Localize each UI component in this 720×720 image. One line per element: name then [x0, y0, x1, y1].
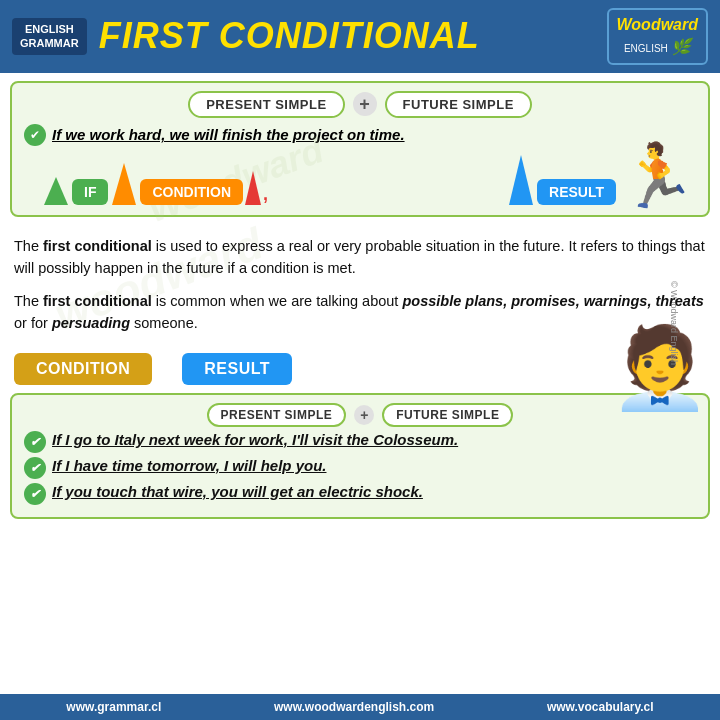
formula2-future-simple: FUTURE SIMPLE	[382, 403, 513, 427]
check-icon-3: ✔	[24, 457, 46, 479]
header: ENGLISH GRAMMAR FIRST CONDITIONAL Woodwa…	[0, 0, 720, 73]
if-tag: IF	[72, 179, 108, 205]
comma-arrow-group	[245, 171, 261, 205]
result-arrow-group	[509, 155, 533, 205]
condition-box: CONDITION	[14, 353, 152, 385]
formula2-present-simple: PRESENT SIMPLE	[207, 403, 347, 427]
example-sentence-1: If I go to Italy next week for work, I'l…	[52, 431, 458, 448]
formula-row: PRESENT SIMPLE + FUTURE SIMPLE	[24, 91, 696, 118]
green-arrow-icon	[44, 177, 68, 205]
result-tag: RESULT	[537, 179, 616, 205]
footer: www.grammar.cl www.woodwardenglish.com w…	[0, 694, 720, 720]
formula-row-2: PRESENT SIMPLE + FUTURE SIMPLE	[24, 403, 696, 427]
brand-name: Woodward	[617, 14, 698, 36]
top-example-sentence: If we work hard, we will finish the proj…	[52, 126, 405, 143]
example-line-1: ✔ If I go to Italy next week for work, I…	[24, 431, 696, 453]
condition-result-section: CONDITION RESULT 🧑‍💼	[0, 351, 720, 387]
explanation-para2: The first conditional is common when we …	[14, 290, 706, 335]
example-line-2: ✔ If I have time tomorrow, I will help y…	[24, 457, 696, 479]
red-arrow-icon	[245, 171, 261, 205]
plus-icon-2: +	[354, 405, 374, 425]
cartoon-person-right: 🧑‍💼	[610, 321, 710, 415]
explanation-section: woodward The first conditional is used t…	[0, 225, 720, 351]
check-icon-2: ✔	[24, 431, 46, 453]
bottom-diagram-box: PRESENT SIMPLE + FUTURE SIMPLE ✔ If I go…	[10, 393, 710, 519]
footer-link-3[interactable]: www.vocabulary.cl	[547, 700, 654, 714]
woodward-badge: Woodward ENGLISH 🌿	[607, 8, 708, 65]
footer-link-1[interactable]: www.grammar.cl	[66, 700, 161, 714]
cartoon-person-top: 🏃	[619, 145, 696, 207]
brand-sub: ENGLISH	[624, 43, 668, 54]
example-sentence-3: If you touch that wire, you will get an …	[52, 483, 423, 500]
orange-arrow-icon	[112, 163, 136, 205]
check-icon-4: ✔	[24, 483, 46, 505]
plus-icon: +	[353, 92, 377, 116]
explanation-para1: The first conditional is used to express…	[14, 235, 706, 280]
comma-marker: ,	[263, 184, 268, 205]
formula-future-simple: FUTURE SIMPLE	[385, 91, 532, 118]
leaf-icon: 🌿	[671, 38, 691, 55]
arrow-diagram: Woodward IF CONDITION ,	[24, 149, 696, 207]
example-sentence-2: If I have time tomorrow, I will help you…	[52, 457, 326, 474]
bold-text-1: first conditional	[43, 238, 152, 254]
check-icon: ✔	[24, 124, 46, 146]
condition-arrow-group	[112, 163, 136, 205]
condition-tag: CONDITION	[140, 179, 243, 205]
italic-text-1: possible plans, promises, warnings, thre…	[402, 293, 703, 309]
blue-arrow-icon	[509, 155, 533, 205]
italic-text-2: persuading	[52, 315, 130, 331]
page-title: FIRST CONDITIONAL	[99, 15, 595, 57]
if-arrow-group	[44, 177, 68, 205]
result-box: RESULT	[182, 353, 292, 385]
example-line-3: ✔ If you touch that wire, you will get a…	[24, 483, 696, 505]
top-sentence-row: ✔ If we work hard, we will finish the pr…	[24, 124, 696, 146]
english-grammar-label: ENGLISH GRAMMAR	[12, 18, 87, 55]
bold-text-2: first conditional	[43, 293, 152, 309]
footer-link-2[interactable]: www.woodwardenglish.com	[274, 700, 434, 714]
top-diagram-box: PRESENT SIMPLE + FUTURE SIMPLE ✔ If we w…	[10, 81, 710, 217]
formula-present-simple: PRESENT SIMPLE	[188, 91, 344, 118]
